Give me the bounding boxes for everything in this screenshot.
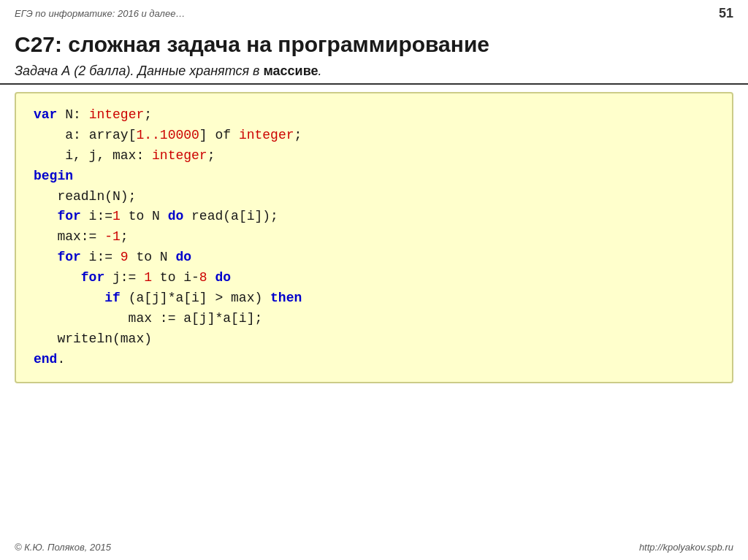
- main-title: С27: сложная задача на программирование: [15, 31, 733, 58]
- subtitle-prefix: Задача А (2 балла). Данные хранятся в: [15, 64, 264, 78]
- subtitle-bold: массиве: [264, 64, 318, 78]
- title-section: С27: сложная задача на программирование …: [0, 24, 748, 85]
- code-block: var N: integer; a: array[1..10000] of in…: [34, 105, 714, 370]
- subtitle: Задача А (2 балла). Данные хранятся в ма…: [15, 64, 733, 79]
- footer-url: http://kpolyakov.spb.ru: [639, 542, 733, 553]
- subtitle-suffix: .: [318, 64, 322, 78]
- header: ЕГЭ по информатике: 2016 и далее… 51: [0, 0, 748, 24]
- footer: © К.Ю. Поляков, 2015 http://kpolyakov.sp…: [15, 542, 733, 553]
- footer-copyright: © К.Ю. Поляков, 2015: [15, 542, 111, 553]
- header-subtitle: ЕГЭ по информатике: 2016 и далее…: [15, 8, 185, 19]
- code-container: var N: integer; a: array[1..10000] of in…: [15, 92, 733, 383]
- page: ЕГЭ по информатике: 2016 и далее… 51 С27…: [0, 0, 748, 560]
- page-number: 51: [719, 6, 733, 21]
